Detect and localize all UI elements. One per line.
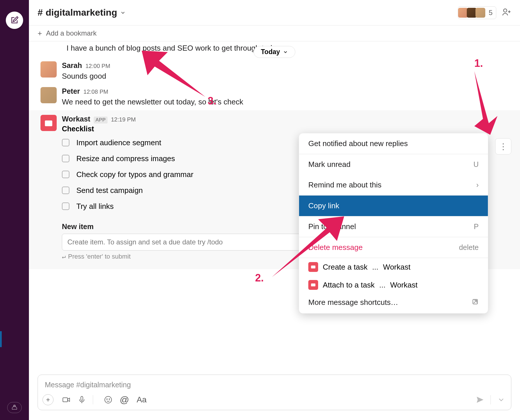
add-person-button[interactable] xyxy=(501,7,511,18)
message-user[interactable]: Workast xyxy=(62,115,90,123)
svg-marker-11 xyxy=(474,71,497,135)
message-row: Peter 12:08 PM We need to get the newsle… xyxy=(29,84,520,110)
avatar[interactable] xyxy=(40,61,57,78)
format-button[interactable]: Aa xyxy=(137,395,146,404)
huddle-button[interactable] xyxy=(7,402,22,413)
attach-button[interactable]: + xyxy=(43,394,54,405)
svg-rect-9 xyxy=(311,283,316,286)
checklist-title: Checklist xyxy=(62,125,511,133)
checkbox[interactable] xyxy=(62,155,69,162)
checkbox[interactable] xyxy=(62,187,69,194)
svg-point-6 xyxy=(107,399,107,399)
svg-point-1 xyxy=(504,9,507,12)
checkbox[interactable] xyxy=(62,139,69,146)
app-avatar[interactable] xyxy=(40,115,57,131)
channel-name-button[interactable]: #digitalmarketing xyxy=(38,7,126,18)
checkbox[interactable] xyxy=(62,171,69,178)
annotation-2: 2. xyxy=(255,272,264,284)
menu-more-shortcuts[interactable]: More message shortcuts… xyxy=(299,294,488,313)
checkbox[interactable] xyxy=(62,202,69,210)
external-link-icon xyxy=(472,298,479,305)
menu-remind[interactable]: Remind me about this› xyxy=(299,175,488,195)
message-composer[interactable]: Message #digitalmarketing + @ Aa xyxy=(38,375,511,410)
message-user[interactable]: Peter xyxy=(62,87,80,95)
avatar xyxy=(467,8,477,18)
svg-marker-13 xyxy=(142,51,205,97)
svg-rect-4 xyxy=(81,396,83,400)
app-badge: APP xyxy=(94,117,108,124)
message-user[interactable]: Sarah xyxy=(62,61,82,70)
annotation-1: 1. xyxy=(474,57,483,69)
svg-rect-2 xyxy=(45,120,52,126)
date-separator[interactable]: Today xyxy=(254,46,295,58)
message-row: Sarah 12:00 PM Sounds good xyxy=(29,58,520,84)
avatar xyxy=(458,8,468,18)
bookmark-bar[interactable]: + Add a bookmark xyxy=(29,25,520,41)
chevron-down-icon xyxy=(283,49,288,55)
composer-input[interactable]: Message #digitalmarketing xyxy=(38,375,511,390)
mention-icon[interactable]: @ xyxy=(120,395,129,405)
message-time[interactable]: 12:08 PM xyxy=(84,89,108,95)
svg-rect-3 xyxy=(63,398,67,402)
workast-icon xyxy=(308,280,318,290)
left-sidebar xyxy=(0,0,29,420)
menu-mark-unread[interactable]: Mark unreadU xyxy=(299,154,488,175)
svg-marker-12 xyxy=(272,216,344,277)
compose-button[interactable] xyxy=(6,12,23,29)
chevron-down-icon[interactable] xyxy=(497,396,505,404)
message-time[interactable]: 12:00 PM xyxy=(85,63,110,69)
video-icon[interactable] xyxy=(62,396,70,404)
sidebar-active-indicator xyxy=(0,331,2,347)
chevron-down-icon xyxy=(120,10,126,16)
arrow-icon xyxy=(463,71,497,136)
channel-header: #digitalmarketing 5 xyxy=(29,0,520,25)
message-text: Sounds good xyxy=(62,71,511,81)
main-panel: #digitalmarketing 5 + Add a b xyxy=(29,0,520,420)
send-button[interactable] xyxy=(476,396,484,404)
svg-point-5 xyxy=(105,396,111,403)
arrow-icon xyxy=(272,213,344,281)
svg-point-7 xyxy=(109,399,110,399)
menu-copy-link[interactable]: Copy link xyxy=(299,196,488,216)
more-actions-button[interactable]: ⋮ xyxy=(495,138,511,154)
microphone-icon[interactable] xyxy=(78,396,86,404)
plus-icon: + xyxy=(38,29,42,38)
avatar[interactable] xyxy=(40,87,57,103)
chevron-right-icon: › xyxy=(476,181,479,189)
message-time[interactable]: 12:19 PM xyxy=(111,116,136,123)
members-button[interactable]: 5 xyxy=(458,6,496,19)
avatar xyxy=(475,8,485,18)
message-text: We need to get the newsletter out today,… xyxy=(62,97,511,107)
emoji-icon[interactable] xyxy=(104,396,112,404)
arrow-icon xyxy=(142,51,211,104)
menu-get-notified[interactable]: Get notified about new replies xyxy=(299,133,488,154)
